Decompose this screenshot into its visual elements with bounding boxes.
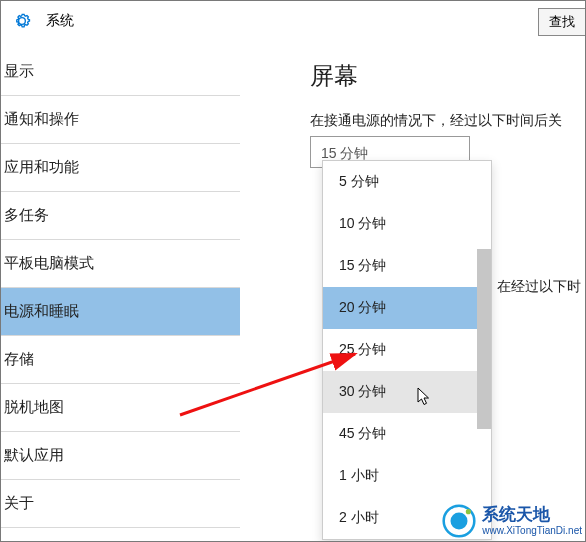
dropdown-option-10min[interactable]: 10 分钟 (323, 203, 491, 245)
dropdown-option-30min[interactable]: 30 分钟 (323, 371, 491, 413)
sidebar-item-offline-maps[interactable]: 脱机地图 (0, 384, 240, 432)
watermark-icon (442, 504, 476, 538)
sidebar-item-default-apps[interactable]: 默认应用 (0, 432, 240, 480)
watermark: 系统天地 www.XiTongTianDi.net (442, 504, 582, 538)
search-button[interactable]: 查找 (538, 8, 586, 36)
svg-point-3 (466, 509, 471, 514)
sidebar-item-apps[interactable]: 应用和功能 (0, 144, 240, 192)
sidebar: 显示 通知和操作 应用和功能 多任务 平板电脑模式 电源和睡眠 存储 脱机地图 … (0, 42, 240, 542)
dropdown-option-25min[interactable]: 25 分钟 (323, 329, 491, 371)
svg-point-2 (451, 513, 468, 530)
section-desc: 在接通电源的情况下，经过以下时间后关 (310, 112, 586, 130)
partial-text-right: 在经过以下时 (497, 278, 581, 296)
dropdown-option-5min[interactable]: 5 分钟 (323, 161, 491, 203)
sidebar-item-multitask[interactable]: 多任务 (0, 192, 240, 240)
sidebar-item-about[interactable]: 关于 (0, 480, 240, 528)
dropdown-option-15min[interactable]: 15 分钟 (323, 245, 491, 287)
gear-icon (12, 11, 32, 31)
sidebar-item-tablet[interactable]: 平板电脑模式 (0, 240, 240, 288)
screen-timeout-dropdown: 5 分钟 10 分钟 15 分钟 20 分钟 25 分钟 30 分钟 45 分钟… (322, 160, 492, 540)
dropdown-option-1h[interactable]: 1 小时 (323, 455, 491, 497)
watermark-url: www.XiTongTianDi.net (482, 525, 582, 537)
dropdown-option-20min[interactable]: 20 分钟 (323, 287, 491, 329)
dropdown-scrollbar[interactable] (477, 249, 491, 429)
watermark-title: 系统天地 (482, 505, 582, 525)
sidebar-item-storage[interactable]: 存储 (0, 336, 240, 384)
dropdown-option-45min[interactable]: 45 分钟 (323, 413, 491, 455)
page-title: 系统 (46, 12, 74, 30)
header: 系统 查找 (0, 0, 586, 42)
sidebar-item-display[interactable]: 显示 (0, 48, 240, 96)
sidebar-item-notifications[interactable]: 通知和操作 (0, 96, 240, 144)
section-title: 屏幕 (310, 60, 586, 92)
sidebar-item-power-sleep[interactable]: 电源和睡眠 (0, 288, 240, 336)
